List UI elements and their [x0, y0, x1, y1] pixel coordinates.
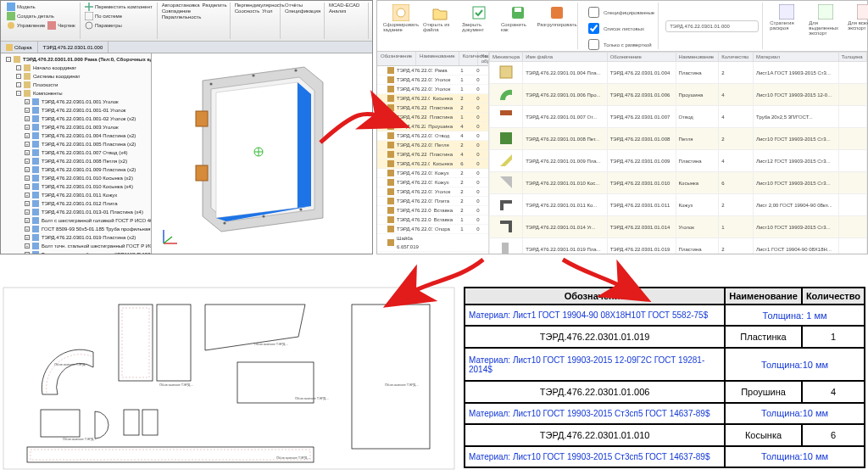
bom-tree-row[interactable]: ТЭРД.476.22.0301.01.000 Рама 1 0: [377, 66, 488, 75]
tree-toggle-icon[interactable]: +: [25, 218, 30, 223]
bom-row[interactable]: ТЭРД.476.22.0301.01.006 Про...ТЭРД.476.2…: [490, 84, 867, 106]
export-selected-button[interactable]: Для выделенных экспорт: [809, 4, 843, 36]
tree-row[interactable]: + ТЭРД.476.22.0301.01.008 Петля (x2): [1, 157, 151, 165]
bom-row[interactable]: ТЭРД.476.22.0301.01.004 Пла...ТЭРД.476.2…: [490, 62, 867, 84]
tree-toggle-icon[interactable]: -: [6, 57, 11, 62]
save-as-button[interactable]: Сохранить как: [501, 4, 535, 32]
tree-row[interactable]: - ТЭРД.476.22.0301.01.000 Рама (Тел:0, С…: [1, 55, 151, 64]
tree-toggle-icon[interactable]: +: [25, 252, 30, 254]
tree-row[interactable]: + ТЭРД.476.22.0301.01.013-01 Пластина (x…: [1, 208, 151, 216]
form-task-button[interactable]: Сформировать задание: [384, 4, 418, 32]
tree-row[interactable]: + ТЭРД.476.22.0301.01.009 Пластина (x2): [1, 165, 151, 174]
ribbon-coord[interactable]: По системе: [85, 12, 122, 20]
bom-tree-row[interactable]: ТЭРД.476.22.0301.01... Пластина 4 0: [377, 150, 488, 159]
close-doc-button[interactable]: Закрыть документ: [462, 4, 496, 32]
bom-tree-row[interactable]: ТЭРД.476.22.0301.01... Косынка 2 0: [377, 94, 488, 103]
tree-row[interactable]: + Болт с шестигранной головкой ГОСТ Р ИС…: [1, 216, 151, 225]
ribbon-coax[interactable]: Соосность: [235, 8, 260, 14]
bom-tree-panel[interactable]: Обозначение Наименование Количество Коли…: [377, 52, 489, 254]
bom-row[interactable]: ТЭРД.476.22.0301.01.008 Пет...ТЭРД.476.2…: [490, 128, 867, 150]
bom-tree-row[interactable]: ТЭРД.476.22.0301.01... Проушина 4 0: [377, 122, 488, 131]
bom-tree-row[interactable]: ТЭРД.476.22.0301.01... Уголок 2 0: [377, 187, 488, 197]
tree-row[interactable]: + ТЭРД.476.22.0301.01.010 Косынка (x2): [1, 174, 151, 182]
ribbon-params[interactable]: Параметры: [85, 21, 122, 30]
tree-row[interactable]: + ТЭРД.476.22.0301.01.005 Пластина (x2): [1, 140, 151, 148]
tree-toggle-icon[interactable]: +: [25, 116, 30, 121]
bom-tree-row[interactable]: ТЭРД.476.22.0301.01... Опора 1 0: [377, 225, 488, 234]
bom-tree-row[interactable]: ТЭРД.476.22.0301.01... Пластина 2 0: [377, 103, 488, 113]
opt-sheet[interactable]: Список листовых: [585, 20, 644, 36]
tree-toggle-icon[interactable]: -: [16, 65, 21, 70]
tree-toggle-icon[interactable]: +: [25, 201, 30, 206]
ribbon-coinc[interactable]: Совпадение: [162, 8, 191, 14]
bom-row[interactable]: ТЭРД.476.22.0301.01.007 От...ТЭРД.476.22…: [490, 106, 867, 128]
bom-tree-row[interactable]: ТЭРД.476.22.0301.01... Пластина 1 0: [377, 113, 488, 122]
bom-parts-table[interactable]: МиниатюраИмя файлаОбозначениеНаименовани…: [489, 52, 867, 254]
ribbon-spec[interactable]: Спецификация: [285, 8, 320, 14]
ribbon-split[interactable]: Разделить: [202, 3, 226, 8]
bom-tree-row[interactable]: ТЭРД.476.22.0301.01... Вставка 2 0: [377, 206, 488, 215]
bom-tree-row[interactable]: ТЭРД.476.22.0301.01... Кожух 2 0: [377, 169, 488, 178]
tree-row[interactable]: + Термоизолирующий материал КЕРАМС-П 150…: [1, 250, 151, 254]
cut-strategy-button[interactable]: Стратегия раскроя: [770, 4, 804, 31]
tree-toggle-icon[interactable]: +: [25, 99, 30, 104]
search-designation-input[interactable]: ТЭРД.476.22.0301.01.000: [665, 20, 759, 32]
bom-tree-row[interactable]: ТЭРД.476.22.0301.01... Вставка 1 0: [377, 215, 488, 225]
tree-row[interactable]: - Системы координат: [1, 72, 151, 81]
tree-row[interactable]: + ТЭРД.476.22.0301.01.010 Косынка (x4): [1, 182, 151, 191]
ribbon-analysis[interactable]: Анализ: [329, 8, 346, 14]
tree-toggle-icon[interactable]: +: [25, 243, 30, 249]
tree-toggle-icon[interactable]: +: [25, 184, 30, 189]
tree-row[interactable]: + ТЭРД.476.22.0301.01.001-02 Уголок (x2): [1, 115, 151, 123]
tree-row[interactable]: + ТЭРД.476.22.0301.01.004 Пластина (x2): [1, 131, 151, 140]
tree-toggle-icon[interactable]: +: [25, 133, 30, 138]
bom-tree-row[interactable]: ТЭРД.476.22.0301.01... Уголок 1 0: [377, 75, 488, 85]
tree-row[interactable]: + ТЭРД.476.22.0301.01.007 Отвод (x4): [1, 148, 151, 157]
expand-button[interactable]: Разгруппировать: [540, 4, 574, 27]
bom-tree-row[interactable]: Шайба 6.65Г.019: [377, 234, 488, 252]
tree-row[interactable]: - Компоненты: [1, 89, 151, 98]
bom-tree-row[interactable]: ТЭРД.476.22.0301.01... Петля 2 0: [377, 141, 488, 150]
bom-tree-row[interactable]: ТЭРД.476.22.0301.01... Отвод 4 0: [377, 131, 488, 141]
bom-tree-row[interactable]: ТЭРД.476.22.0301.01... Плита 2 0: [377, 197, 488, 206]
opt-unfold[interactable]: Только с разверткой: [585, 36, 652, 53]
ribbon-angle[interactable]: Угол: [262, 8, 272, 14]
tree-row[interactable]: + ТЭРД.476.22.0301.01.003 Уголок: [1, 123, 151, 131]
tree-row[interactable]: + ТЭРД.476.22.0301.01.001-01 Уголок: [1, 106, 151, 115]
ribbon-reports[interactable]: Отчёты: [285, 3, 303, 8]
tree-toggle-icon[interactable]: -: [16, 82, 21, 87]
bom-tree-row[interactable]: ТЭРД.476.22.0301.01... Косынка 6 0: [377, 159, 488, 169]
ribbon-create-part[interactable]: Создать деталь: [7, 12, 54, 20]
cad-3d-viewport[interactable]: [152, 53, 372, 254]
tree-toggle-icon[interactable]: +: [25, 108, 30, 113]
tree-toggle-icon[interactable]: -: [16, 74, 21, 79]
tree-row[interactable]: + ГОСТ 8509-93 50x5-01.185 Труба профиль…: [1, 225, 151, 233]
bom-row[interactable]: ТЭРД.476.22.0301.01.014 Уг...ТЭРД.476.22…: [490, 216, 867, 238]
tree-row[interactable]: - Начало координат: [1, 64, 151, 72]
tree-toggle-icon[interactable]: -: [16, 91, 21, 96]
ribbon-para[interactable]: Параллельность: [162, 14, 202, 20]
cad-tab-assembly[interactable]: Сборка: [1, 42, 38, 53]
export-all-button[interactable]: Для всех экспорт: [848, 4, 868, 31]
ribbon-move[interactable]: Переместить компонент: [85, 3, 153, 11]
bom-row[interactable]: ТЭРД.476.22.0301.01.010 Кос...ТЭРД.476.2…: [490, 172, 867, 194]
tree-row[interactable]: + ТЭРД.476.22.0301.01.019 Пластина (x2): [1, 233, 151, 242]
ribbon-manage[interactable]: Управление: [7, 21, 45, 30]
tree-toggle-icon[interactable]: +: [25, 150, 30, 155]
tree-toggle-icon[interactable]: +: [25, 167, 30, 172]
tree-row[interactable]: - Плоскости: [1, 81, 151, 89]
bom-tree-row[interactable]: ТЭРД.476.22.0301.01... Уголок 1 0: [377, 85, 488, 94]
tree-row[interactable]: + ТЭРД.476.22.0301.01.011 Кожух: [1, 191, 151, 199]
tree-toggle-icon[interactable]: +: [25, 125, 30, 130]
tree-toggle-icon[interactable]: +: [25, 159, 30, 164]
tree-row[interactable]: + ТЭРД.476.22.0301.01.001 Уголок: [1, 98, 151, 106]
tree-toggle-icon[interactable]: +: [25, 210, 30, 215]
tree-toggle-icon[interactable]: +: [25, 193, 30, 198]
ribbon-model[interactable]: Модель: [7, 3, 36, 11]
open-file-button[interactable]: Открыть из файла: [423, 4, 457, 32]
cad-model-tree[interactable]: - ТЭРД.476.22.0301.01.000 Рама (Тел:0, С…: [1, 53, 152, 254]
ribbon-auto[interactable]: Авторастановка: [162, 3, 200, 8]
ribbon-perp[interactable]: Перпендикулярность: [235, 3, 285, 8]
bom-row[interactable]: ТЭРД.476.22.0301.01.011 Ко...ТЭРД.476.22…: [490, 194, 867, 216]
tree-toggle-icon[interactable]: +: [25, 226, 30, 232]
